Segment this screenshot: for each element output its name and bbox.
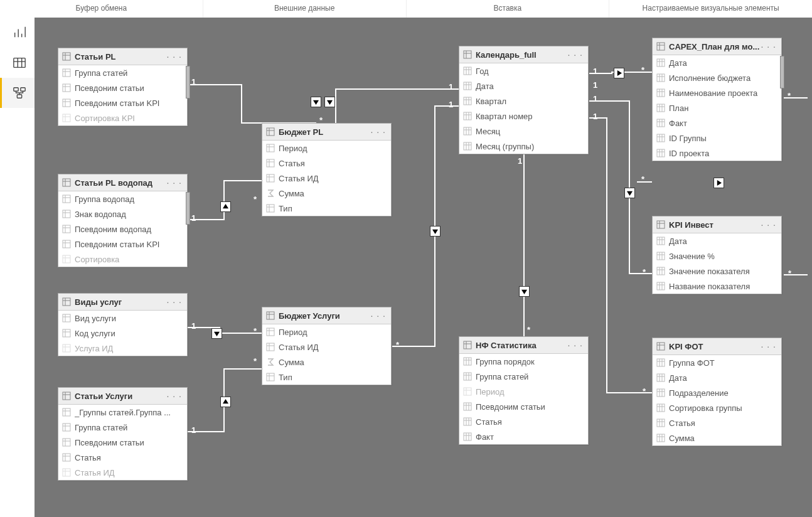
table-more-icon[interactable]: · · ·	[166, 297, 183, 307]
field-row[interactable]: Статья	[262, 156, 391, 171]
field-row[interactable]: Знак водопад	[58, 206, 187, 221]
field-row[interactable]: Группа ФОТ	[653, 355, 781, 370]
field-row[interactable]: Код услуги	[58, 326, 187, 341]
field-row[interactable]: Сортировка KPI	[58, 110, 187, 125]
table-more-icon[interactable]: · · ·	[166, 391, 183, 401]
field-row[interactable]: Статья ИД	[58, 465, 187, 480]
field-row[interactable]: Группа порядок	[459, 354, 588, 369]
field-row[interactable]: Псевдоним статьи KPI	[58, 95, 187, 110]
field-row[interactable]: Псевдоним водопад	[58, 221, 187, 237]
field-row[interactable]: Дата	[459, 78, 588, 93]
field-row[interactable]: Сортировка группы	[653, 400, 781, 415]
model-canvas[interactable]: 1 * 1 * 1 1 * 1 * 1 * 1 * 1 1 1 1 * * * …	[35, 18, 812, 517]
ribbon-group-clipboard: Буфер обмена	[0, 0, 203, 18]
field-row[interactable]: Год	[459, 63, 588, 78]
field-row[interactable]: Период	[262, 141, 391, 156]
table-header[interactable]: Виды услуг · · ·	[58, 294, 187, 311]
table-more-icon[interactable]: · · ·	[760, 41, 777, 51]
table-kpi-invest[interactable]: KPI Инвест · · · Дата Значение % Значени…	[652, 216, 782, 294]
table-stati-pl-vodopad[interactable]: Статьи PL водопад · · · Группа водопад З…	[58, 174, 188, 267]
table-header[interactable]: CAPEX_План для мо... · · ·	[653, 38, 781, 55]
field-row[interactable]: Факт	[653, 115, 781, 131]
field-row[interactable]: Группа водопад	[58, 191, 187, 206]
field-row[interactable]: Квартал номер	[459, 109, 588, 124]
table-header[interactable]: KPI ФОТ · · ·	[653, 338, 781, 355]
field-row[interactable]: Статья	[58, 450, 187, 465]
field-row[interactable]: Месяц (группы)	[459, 139, 588, 154]
field-row[interactable]: Статья	[653, 415, 781, 430]
table-more-icon[interactable]: · · ·	[760, 341, 777, 351]
field-row[interactable]: Исполнение бюджета	[653, 70, 781, 85]
table-header[interactable]: Календарь_full · · ·	[459, 46, 588, 63]
field-row[interactable]: Значение %	[653, 248, 781, 264]
table-budzhet-uslugi[interactable]: Бюджет Услуги · · · Период Статья ИД Сум…	[262, 307, 392, 385]
field-row[interactable]: ID Группы	[653, 131, 781, 146]
field-row[interactable]: Подразделение	[653, 385, 781, 400]
nav-data-view[interactable]	[0, 48, 36, 78]
field-row[interactable]: Статья ИД	[262, 339, 391, 354]
field-row[interactable]: Тип	[262, 370, 391, 385]
nav-report-view[interactable]	[0, 18, 36, 48]
field-row[interactable]: Группа статей	[58, 65, 187, 80]
field-row[interactable]: Статья	[459, 414, 588, 429]
field-row[interactable]: Услуга ИД	[58, 341, 187, 356]
table-header[interactable]: Бюджет PL · · ·	[262, 124, 391, 141]
field-row[interactable]: Квартал	[459, 93, 588, 109]
bar-chart-icon	[13, 26, 26, 40]
table-header[interactable]: НФ Статистика · · ·	[459, 337, 588, 354]
field-row[interactable]: Псевдоним статьи	[58, 80, 187, 95]
table-header[interactable]: Статьи Услуги · · ·	[58, 388, 187, 405]
nav-model-view[interactable]	[0, 78, 36, 108]
field-row[interactable]: Дата	[653, 233, 781, 248]
scrollbar[interactable]	[186, 192, 190, 225]
field-row[interactable]: Дата	[653, 370, 781, 385]
table-header[interactable]: KPI Инвест · · ·	[653, 216, 781, 233]
field-row[interactable]: Псевдоним статьи	[58, 435, 187, 450]
table-more-icon[interactable]: · · ·	[166, 178, 183, 188]
field-icon	[266, 144, 275, 152]
scrollbar[interactable]	[186, 66, 190, 99]
field-row[interactable]: Сортировка	[58, 252, 187, 267]
table-header[interactable]: Статьи PL · · ·	[58, 48, 187, 65]
field-row[interactable]: _Группы статей.Группа ...	[58, 405, 187, 420]
field-row[interactable]: Дата	[653, 55, 781, 70]
scrollbar[interactable]	[780, 56, 784, 88]
field-row[interactable]: Период	[262, 324, 391, 339]
field-row[interactable]: ID проекта	[653, 146, 781, 161]
table-nf-statistika[interactable]: НФ Статистика · · · Группа порядок Групп…	[459, 336, 589, 445]
table-icon	[463, 341, 472, 349]
field-row[interactable]: Группа статей	[58, 420, 187, 435]
filter-direction-arrow	[614, 68, 624, 78]
table-capex-plan[interactable]: CAPEX_План для мо... · · · Дата Исполнен…	[652, 38, 782, 161]
table-kpi-fot[interactable]: KPI ФОТ · · · Группа ФОТ Дата Подразделе…	[652, 338, 782, 446]
table-more-icon[interactable]: · · ·	[166, 51, 183, 61]
field-row[interactable]: Статья ИД	[262, 171, 391, 186]
field-row[interactable]: Группа статей	[459, 369, 588, 384]
field-row[interactable]: Псевдоним статьи KPI	[58, 237, 187, 252]
field-row[interactable]: Тип	[262, 201, 391, 216]
table-vidy-uslug[interactable]: Виды услуг · · · Вид услуги Код услуги У…	[58, 293, 188, 356]
field-row[interactable]: Псевдоним статьи	[459, 399, 588, 414]
table-stati-uslugi[interactable]: Статьи Услуги · · · _Группы статей.Групп…	[58, 387, 188, 481]
field-row[interactable]: Наименование проекта	[653, 85, 781, 100]
field-row[interactable]: Факт	[459, 429, 588, 444]
table-kalendar-full[interactable]: Календарь_full · · · Год Дата Квартал Кв…	[459, 46, 589, 154]
table-header[interactable]: Бюджет Услуги · · ·	[262, 307, 391, 324]
table-header[interactable]: Статьи PL водопад · · ·	[58, 174, 187, 191]
field-row[interactable]: Вид услуги	[58, 311, 187, 326]
table-more-icon[interactable]: · · ·	[567, 340, 584, 350]
field-row[interactable]: Название показателя	[653, 279, 781, 294]
table-more-icon[interactable]: · · ·	[370, 127, 387, 137]
field-row[interactable]: Значение показателя	[653, 264, 781, 279]
table-budzhet-pl[interactable]: Бюджет PL · · · Период Статья Статья ИД …	[262, 123, 392, 216]
field-row[interactable]: Сумма	[262, 186, 391, 201]
field-row[interactable]: Сумма	[262, 354, 391, 370]
table-more-icon[interactable]: · · ·	[567, 50, 584, 60]
field-row[interactable]: Месяц	[459, 124, 588, 139]
field-row[interactable]: Сумма	[653, 430, 781, 445]
field-row[interactable]: Период	[459, 384, 588, 399]
table-more-icon[interactable]: · · ·	[760, 220, 777, 230]
table-stati-pl[interactable]: Статьи PL · · · Группа статей Псевдоним …	[58, 48, 188, 126]
table-more-icon[interactable]: · · ·	[370, 311, 387, 321]
field-row[interactable]: План	[653, 100, 781, 115]
